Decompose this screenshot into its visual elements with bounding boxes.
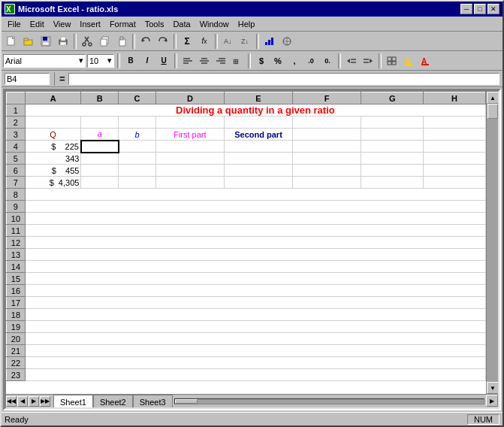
menu-tools[interactable]: Tools — [140, 19, 169, 29]
cell-e2[interactable] — [224, 117, 292, 129]
chart-button[interactable] — [261, 34, 278, 49]
cell-d4[interactable] — [155, 141, 224, 153]
cell-c5[interactable] — [119, 153, 156, 165]
align-right-button[interactable] — [213, 54, 228, 68]
scroll-up-button[interactable]: ▲ — [487, 92, 498, 104]
cut-button[interactable] — [79, 34, 95, 49]
menu-data[interactable]: Data — [168, 19, 195, 29]
open-button[interactable] — [20, 34, 37, 49]
italic-button[interactable]: I — [140, 54, 155, 68]
merge-center-button[interactable]: ⊞ — [230, 54, 245, 68]
cell-a6[interactable]: $ 455 — [25, 165, 81, 177]
decrease-decimal-button[interactable]: 0. — [320, 54, 335, 68]
cell-e5[interactable] — [224, 153, 292, 165]
map-button[interactable] — [279, 34, 295, 49]
fill-color-button[interactable]: A — [401, 54, 416, 68]
cell-f3[interactable] — [293, 129, 361, 141]
menu-edit[interactable]: Edit — [26, 19, 49, 29]
undo-button[interactable] — [137, 34, 154, 49]
align-left-button[interactable] — [180, 54, 195, 68]
cell-h5[interactable] — [424, 153, 486, 165]
cell-d3[interactable]: First part — [155, 129, 224, 141]
maximize-button[interactable]: □ — [474, 4, 486, 14]
cell-c2[interactable] — [119, 117, 156, 129]
cell-b6[interactable] — [81, 165, 119, 177]
vertical-scrollbar[interactable]: ▲ ▼ — [486, 92, 498, 394]
cell-f4[interactable] — [293, 141, 361, 153]
col-header-f[interactable]: F — [293, 92, 361, 104]
cell-a4[interactable]: $ 225 — [25, 141, 81, 153]
menu-insert[interactable]: Insert — [75, 19, 105, 29]
sort-desc-button[interactable]: Z↓ — [237, 34, 254, 49]
size-dropdown-icon[interactable]: ▾ — [107, 56, 112, 65]
cell-b4-selected[interactable] — [81, 141, 119, 153]
border-button[interactable] — [385, 54, 400, 68]
save-button[interactable] — [38, 34, 54, 49]
cell-e6[interactable] — [224, 165, 292, 177]
cell-h4[interactable] — [424, 141, 486, 153]
cell-a5[interactable]: 343 — [25, 153, 81, 165]
cell-c6[interactable] — [119, 165, 156, 177]
cell-f7[interactable] — [293, 177, 361, 189]
font-size-selector[interactable]: 10 ▾ — [87, 54, 114, 68]
cell-h7[interactable] — [424, 177, 486, 189]
cell-b2[interactable] — [81, 117, 119, 129]
h-scroll-track[interactable] — [174, 398, 484, 404]
cell-c7[interactable] — [119, 177, 156, 189]
bold-button[interactable]: B — [123, 54, 138, 68]
close-button[interactable]: ✕ — [487, 4, 499, 14]
sheet-tab-1[interactable]: Sheet1 — [53, 395, 93, 408]
cell-c4[interactable] — [119, 141, 156, 153]
copy-button[interactable] — [96, 34, 113, 49]
cell-a7[interactable]: $ 4,305 — [25, 177, 81, 189]
font-color-button[interactable]: A — [418, 54, 433, 68]
cell-d5[interactable] — [155, 153, 224, 165]
cell-g5[interactable] — [361, 153, 424, 165]
menu-help[interactable]: Help — [234, 19, 260, 29]
increase-decimal-button[interactable]: .0 — [303, 54, 318, 68]
cell-c3[interactable]: b — [119, 129, 156, 141]
sheet-tab-2[interactable]: Sheet2 — [93, 395, 133, 408]
cell-e4[interactable] — [224, 141, 292, 153]
menu-file[interactable]: File — [3, 19, 26, 29]
scroll-down-button[interactable]: ▼ — [487, 382, 498, 394]
underline-button[interactable]: U — [156, 54, 171, 68]
function-button[interactable]: fx — [196, 34, 213, 49]
font-selector[interactable]: Arial ▾ — [3, 54, 86, 68]
cell-e3[interactable]: Second part — [224, 129, 292, 141]
col-header-g[interactable]: G — [361, 92, 424, 104]
cell-g2[interactable] — [361, 117, 424, 129]
sheet-nav-first[interactable]: ◀◀ — [6, 396, 17, 407]
col-header-h[interactable]: H — [424, 92, 486, 104]
menu-view[interactable]: View — [49, 19, 76, 29]
sheet-nav-next[interactable]: ▶ — [29, 396, 39, 407]
col-header-c[interactable]: C — [119, 92, 156, 104]
print-button[interactable] — [55, 34, 71, 49]
cell-g6[interactable] — [361, 165, 424, 177]
cell-h2[interactable] — [424, 117, 486, 129]
comma-button[interactable]: , — [287, 54, 302, 68]
cell-f2[interactable] — [293, 117, 361, 129]
new-button[interactable] — [3, 34, 20, 49]
cell-a3[interactable]: Q — [25, 129, 81, 141]
cell-f5[interactable] — [293, 153, 361, 165]
formula-input-box[interactable] — [68, 73, 499, 85]
cell-h3[interactable] — [424, 129, 486, 141]
scroll-track[interactable] — [487, 104, 498, 382]
scroll-right-btn[interactable]: ▶ — [486, 395, 498, 407]
sheet-nav-prev[interactable]: ◀ — [17, 396, 28, 407]
cell-e7[interactable] — [224, 177, 292, 189]
font-dropdown-icon[interactable]: ▾ — [79, 56, 83, 65]
col-header-d[interactable]: D — [155, 92, 224, 104]
cell-g3[interactable] — [361, 129, 424, 141]
cell-d6[interactable] — [155, 165, 224, 177]
cell-d7[interactable] — [155, 177, 224, 189]
sheet-nav-last[interactable]: ▶▶ — [40, 396, 50, 407]
cell-d2[interactable] — [155, 117, 224, 129]
currency-button[interactable]: $ — [254, 54, 269, 68]
cell-a2[interactable] — [25, 117, 81, 129]
percent-button[interactable]: % — [270, 54, 285, 68]
minimize-button[interactable]: ─ — [460, 4, 472, 14]
cell-reference-box[interactable]: B4 — [5, 73, 50, 85]
horizontal-scrollbar[interactable] — [173, 395, 486, 407]
